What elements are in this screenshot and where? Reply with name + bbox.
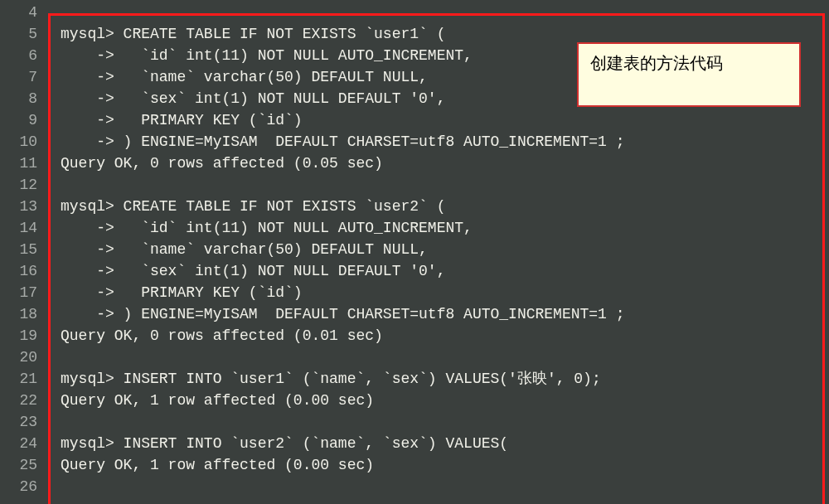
line-number: 11 bbox=[0, 153, 37, 174]
line-number: 13 bbox=[0, 196, 37, 217]
line-number: 18 bbox=[0, 303, 37, 325]
code-line[interactable] bbox=[46, 346, 829, 368]
line-number: 14 bbox=[0, 217, 37, 239]
line-number: 15 bbox=[0, 239, 37, 260]
code-content-area[interactable]: 创建表的方法代码 mysql> CREATE TABLE IF NOT EXIS… bbox=[46, 0, 829, 504]
annotation-note[interactable]: 创建表的方法代码 bbox=[577, 42, 801, 107]
line-number: 8 bbox=[0, 88, 37, 109]
line-number: 20 bbox=[0, 346, 37, 368]
code-line[interactable]: -> `id` int(11) NOT NULL AUTO_INCREMENT, bbox=[46, 217, 829, 239]
line-number: 12 bbox=[0, 174, 37, 196]
code-line[interactable]: Query OK, 0 rows affected (0.01 sec) bbox=[46, 325, 829, 346]
line-number: 6 bbox=[0, 45, 37, 66]
code-line[interactable]: Query OK, 1 row affected (0.00 sec) bbox=[46, 454, 829, 476]
code-line[interactable] bbox=[46, 174, 829, 196]
line-number: 22 bbox=[0, 390, 37, 411]
line-number: 4 bbox=[0, 2, 37, 23]
code-line[interactable]: mysql> CREATE TABLE IF NOT EXISTS `user2… bbox=[46, 196, 829, 217]
line-number: 23 bbox=[0, 411, 37, 433]
line-number: 16 bbox=[0, 260, 37, 282]
code-line[interactable]: Query OK, 1 row affected (0.00 sec) bbox=[46, 390, 829, 411]
code-line[interactable] bbox=[46, 2, 829, 23]
code-line[interactable]: -> PRIMARY KEY (`id`) bbox=[46, 109, 829, 131]
annotation-text: 创建表的方法代码 bbox=[590, 54, 723, 72]
line-number: 25 bbox=[0, 454, 37, 476]
line-number: 5 bbox=[0, 23, 37, 45]
code-line[interactable]: -> PRIMARY KEY (`id`) bbox=[46, 282, 829, 303]
line-number: 7 bbox=[0, 66, 37, 88]
code-line[interactable]: -> ) ENGINE=MyISAM DEFAULT CHARSET=utf8 … bbox=[46, 303, 829, 325]
line-number-gutter: 4567891011121314151617181920212223242526 bbox=[0, 0, 46, 504]
line-number: 10 bbox=[0, 131, 37, 153]
code-line[interactable] bbox=[46, 411, 829, 433]
code-line[interactable]: mysql> INSERT INTO `user2` (`name`, `sex… bbox=[46, 433, 829, 454]
code-line[interactable]: Query OK, 0 rows affected (0.05 sec) bbox=[46, 153, 829, 174]
line-number: 26 bbox=[0, 476, 37, 497]
line-number: 17 bbox=[0, 282, 37, 303]
code-line[interactable] bbox=[46, 476, 829, 497]
code-line[interactable]: -> `sex` int(1) NOT NULL DEFAULT '0', bbox=[46, 260, 829, 282]
line-number: 21 bbox=[0, 368, 37, 390]
line-number: 9 bbox=[0, 109, 37, 131]
code-line[interactable]: -> ) ENGINE=MyISAM DEFAULT CHARSET=utf8 … bbox=[46, 131, 829, 153]
code-editor: 4567891011121314151617181920212223242526… bbox=[0, 0, 829, 504]
line-number: 19 bbox=[0, 325, 37, 346]
code-line[interactable]: -> `name` varchar(50) DEFAULT NULL, bbox=[46, 239, 829, 260]
line-number: 24 bbox=[0, 433, 37, 454]
code-line[interactable]: mysql> INSERT INTO `user1` (`name`, `sex… bbox=[46, 368, 829, 390]
